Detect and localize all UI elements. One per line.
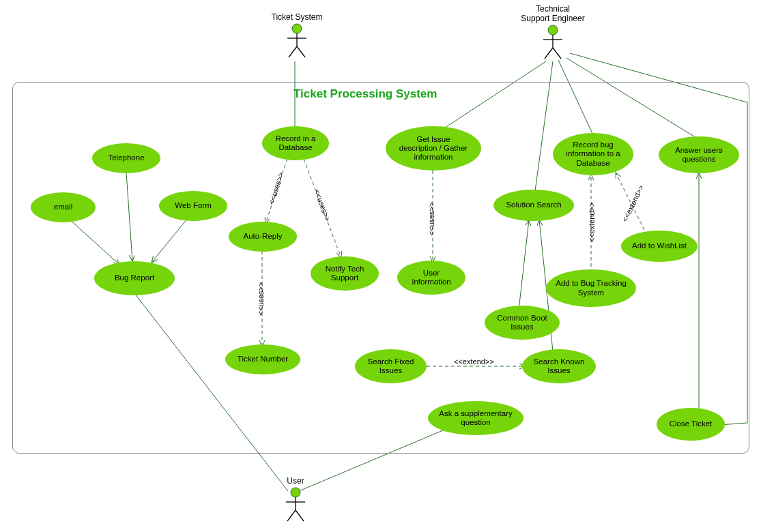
- usecase-bug-report: Bug Report: [94, 261, 175, 295]
- usecase-telephone: Telephone: [92, 143, 160, 173]
- actor-icon: [285, 22, 309, 59]
- actor-user: User: [278, 476, 313, 523]
- usecase-search-known: Search Known Issues: [522, 349, 596, 383]
- label-extend: <<extend>>: [454, 357, 494, 366]
- usecase-search-fixed: Search Fixed Issues: [355, 349, 427, 383]
- usecase-email: email: [31, 192, 96, 222]
- usecase-add-bug-track: Add to Bug Tracking System: [546, 269, 636, 307]
- svg-line-29: [553, 48, 561, 59]
- svg-line-24: [297, 46, 305, 57]
- usecase-notify-tech: Notify Tech Support: [311, 256, 379, 291]
- usecase-record-db: Record in a Database: [262, 126, 329, 160]
- label-uses: <<uses>>: [427, 203, 435, 236]
- svg-line-23: [289, 46, 297, 57]
- actor-support-engineer: Technical Support Engineer: [515, 4, 590, 61]
- usecase-web-form: Web Form: [159, 191, 227, 221]
- label-extend: <<extend>>: [588, 203, 596, 243]
- usecase-common-boot: Common Boot Issues: [485, 306, 560, 340]
- usecase-user-info: User Information: [397, 261, 465, 295]
- actor-ticket-system: Ticket System: [270, 12, 324, 59]
- label-uses: <<uses>>: [257, 282, 265, 316]
- actor-label: Ticket System: [270, 12, 324, 22]
- svg-point-20: [292, 24, 302, 33]
- usecase-auto-reply: Auto-Reply: [229, 222, 297, 252]
- system-title: Ticket Processing System: [293, 87, 437, 101]
- usecase-solution-search: Solution Search: [493, 190, 574, 221]
- actor-icon: [283, 486, 308, 523]
- svg-line-33: [287, 510, 296, 521]
- svg-line-28: [545, 48, 553, 59]
- usecase-record-bug-db: Record bug information to a Database: [553, 133, 633, 175]
- actor-label: User: [278, 476, 313, 486]
- svg-point-30: [291, 488, 300, 497]
- usecase-close-ticket: Close Ticket: [657, 408, 725, 441]
- actor-icon: [541, 23, 565, 61]
- svg-point-25: [548, 25, 558, 35]
- svg-line-34: [296, 510, 304, 521]
- usecase-ask-supp: Ask a supplementary question: [428, 401, 523, 435]
- actor-label: Technical Support Engineer: [515, 4, 590, 23]
- diagram-canvas: Ticket Processing System Ticket System T…: [0, 0, 761, 532]
- usecase-answer-users: Answer users questions: [659, 136, 739, 173]
- usecase-ticket-number: Ticket Number: [225, 344, 300, 374]
- usecase-get-issue: Get Issue description / Gather informati…: [386, 126, 481, 171]
- usecase-add-wishlist: Add to WishList: [621, 231, 698, 262]
